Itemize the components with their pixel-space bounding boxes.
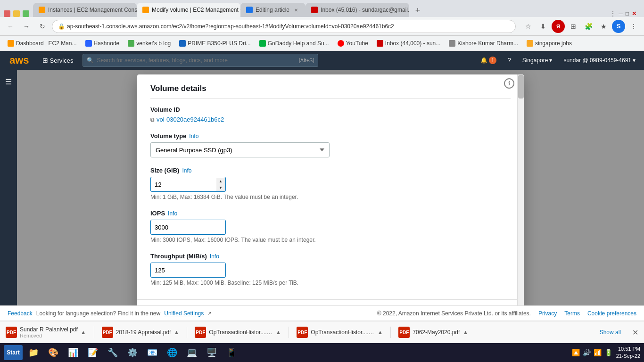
bookmark-hashnode[interactable]: Hashnode [82,38,124,49]
profile-icon[interactable]: S [612,20,625,33]
modify-volume-modal: ℹ Volume details Volume ID ⧉ vol-03020ae… [137,74,524,305]
menu-icon[interactable]: ⋮ [627,20,640,33]
volume-id-group: Volume ID ⧉ vol-03020ae924461b6c2 [150,106,511,123]
region-selector[interactable]: Singapore ▾ [520,55,555,66]
aws-search-input[interactable] [97,57,296,64]
cookie-link[interactable]: Cookie preferences [587,310,636,317]
download-arrow-4[interactable]: ▲ [462,329,468,336]
tray-icon-2[interactable]: 🔊 [583,349,591,356]
download-arrow-0[interactable]: ▲ [81,329,86,336]
minimize-button[interactable]: ─ [619,10,623,17]
show-all-downloads-button[interactable]: Show all [600,329,621,336]
bookmark-label-singapore: singapore jobs [535,40,572,47]
bookmark-label-hashnode: Hashnode [94,40,120,47]
modal-scrollbar[interactable] [517,74,524,305]
refresh-button[interactable]: ↻ [36,20,49,33]
back-button[interactable]: ← [4,20,17,33]
iops-input[interactable] [150,220,226,235]
bookmark-kishore[interactable]: Kishore Kumar Dharm... [445,38,522,49]
throughput-input[interactable] [150,263,226,278]
aws-services-button[interactable]: ⊞ Services [39,55,77,66]
taskbar-item-4[interactable]: 📝 [84,345,102,360]
volume-type-info-link[interactable]: Info [189,133,198,140]
url-bar[interactable]: 🔒 ap-southeast-1.console.aws.amazon.com/… [52,20,516,33]
close-window-button[interactable]: ✕ [632,10,636,17]
unified-settings-link[interactable]: Unified Settings [164,310,204,317]
bookmark-venket[interactable]: venket's b log [124,38,174,49]
download-arrow-1[interactable]: ▲ [173,329,179,336]
taskbar-item-10[interactable]: 🖥️ [203,345,221,360]
size-info-link[interactable]: Info [182,167,191,174]
forward-button[interactable]: → [20,20,33,33]
pdf-icon-1: PDF [102,327,113,338]
iops-info-link[interactable]: Info [168,210,177,217]
bookmark-dashboard[interactable]: Dashboard | EC2 Man... [4,38,81,49]
privacy-link[interactable]: Privacy [538,310,557,317]
sidebar-toggle-button[interactable]: ☰ [1,74,16,90]
size-increment-button[interactable]: ▲ [216,178,225,184]
tray-icon-3[interactable]: 📶 [594,349,602,356]
new-tab-button[interactable]: + [411,4,424,17]
bookmark-favicon-godaddy [259,40,266,47]
help-button[interactable]: ? [505,55,514,66]
system-tray: 🔼 🔊 📶 🔋 [572,349,612,356]
modal-footer: Cancel Modify [137,299,524,305]
iops-hint: Min: 3000 IOPS, Max: 16000 IOPS. The val… [150,237,511,243]
tray-icon-1[interactable]: 🔼 [572,349,580,356]
taskbar-item-8[interactable]: 🌐 [163,345,181,360]
tab-gmail[interactable]: Inbox (45,016) - sundargac@gmail... ✕ [305,3,409,17]
yandex-icon[interactable]: Я [552,20,565,33]
url-text: ap-southeast-1.console.aws.amazon.com/ec… [67,23,510,30]
taskbar-file-manager[interactable]: 📁 [25,345,42,360]
taskbar-item-11[interactable]: 📱 [223,345,240,360]
tab-instances[interactable]: Instances | EC2 Management Cons... ✕ [33,3,137,17]
download-arrow-2[interactable]: ▲ [275,329,281,336]
collections-icon[interactable]: ⊞ [567,20,580,33]
bookmark-label-youtube: YouTube [346,40,368,47]
close-downloads-button[interactable]: ✕ [632,328,638,337]
window-minimize-button[interactable] [13,10,20,17]
feedback-link[interactable]: Feedback [8,310,33,317]
bookmark-inbox[interactable]: Inbox (44,000) - sun... [373,38,444,49]
aws-logo[interactable]: aws [6,54,33,66]
taskbar-item-3[interactable]: 📊 [64,345,82,360]
terms-link[interactable]: Terms [564,310,580,317]
user-menu[interactable]: sundar @ 0989-0459-4691 ▾ [561,55,638,66]
bookmark-favicon-kishore [449,40,455,47]
taskbar-item-2[interactable]: 🎨 [44,345,62,360]
bell-button[interactable]: 🔔 1 [478,55,499,66]
bookmark-youtube[interactable]: YouTube [334,38,372,49]
taskbar-item-6[interactable]: ⚙️ [124,345,141,360]
download-icon[interactable]: ⬇ [537,20,550,33]
aws-search-bar[interactable]: 🔍 [Alt+S] [83,54,318,67]
bookmark-singapore[interactable]: singapore jobs [523,38,576,49]
window-close-button[interactable] [4,10,10,17]
download-name-4: 7062-May2020.pdf [413,329,460,336]
download-item-4: PDF 7062-May2020.pdf ▲ [398,327,476,338]
maximize-button[interactable]: □ [626,10,629,17]
download-arrow-3[interactable]: ▲ [377,329,383,336]
star-icon[interactable]: ☆ [521,20,535,33]
tab-close-editing[interactable]: ✕ [292,6,300,14]
favorites-icon[interactable]: ★ [597,20,610,33]
size-input[interactable] [150,177,226,192]
start-button[interactable]: Start [4,345,23,360]
taskbar-item-5[interactable]: 🔧 [104,345,122,360]
tab-modify-volume[interactable]: Modify volume | EC2 Management C... ✕ [137,3,240,17]
size-decrement-button[interactable]: ▼ [216,184,225,191]
extensions-icon[interactable]: 🧩 [582,20,595,33]
taskbar-item-9[interactable]: 💻 [183,345,201,360]
bookmark-godaddy[interactable]: GoDaddy Help and Su... [256,38,333,49]
tab-list-button[interactable]: ⋮ [610,10,616,17]
throughput-info-link[interactable]: Info [210,253,219,260]
volume-id-link[interactable]: vol-03020ae924461b6c2 [157,116,224,123]
volume-type-group: Volume type Info General Purpose SSD (gp… [150,132,511,157]
taskbar-item-7[interactable]: 📧 [143,345,161,360]
modal-info-button[interactable]: ℹ [504,78,514,89]
tray-icon-4[interactable]: 🔋 [604,349,612,356]
bookmark-prime[interactable]: PRIME B350-PLUS Dri... [175,38,254,49]
window-maximize-button[interactable] [23,10,29,17]
system-clock[interactable]: 10:51 PM 21-Sep-22 [616,346,640,360]
volume-type-select[interactable]: General Purpose SSD (gp3) General Purpos… [150,142,330,157]
tab-editing-article[interactable]: Editing article ✕ [240,3,305,17]
